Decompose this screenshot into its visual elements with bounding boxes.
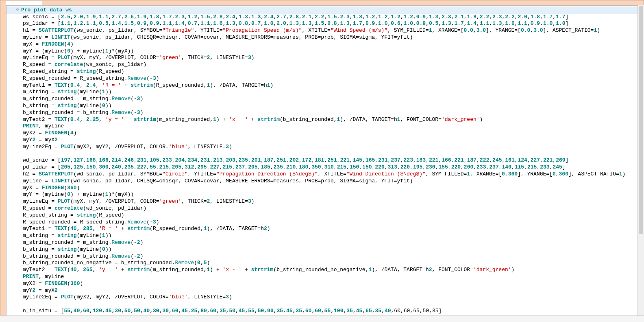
status-bar <box>0 315 644 322</box>
code-line[interactable]: m_string = string(myLine(1)) <box>7 232 637 239</box>
code-editor[interactable]: ⊖Pro plot_data_wsws_sonic = [2.5,2.0,1.9… <box>6 5 638 316</box>
code-line[interactable]: myX = FINDGEN(360) <box>7 185 637 192</box>
code-line[interactable]: b_string_rounded_no_negative = b_string_… <box>7 260 637 267</box>
code-line[interactable]: n_in_situ = [55,40,60,120,45,30,50,50,40… <box>7 308 637 315</box>
editor-tab[interactable] <box>6 1 42 5</box>
code-line[interactable]: ps_lidar = [1.1,1.2,1.1,0.5,1.4,1.5,0.9,… <box>7 20 637 27</box>
code-line[interactable]: myText2 = TEXT(0.4, 2.25, 'y = ' + strtr… <box>7 116 637 123</box>
code-line[interactable]: R_speed_rounded = R_speed_string.Remove(… <box>7 75 637 82</box>
code-line[interactable]: m_string_rounded = m_string.Remove(-3) <box>7 96 637 103</box>
code-line[interactable]: myLineEq = PLOT(myX, myY, /OVERPLOT, COL… <box>7 55 637 61</box>
code-line[interactable]: myText2 = TEXT(40, 265, 'y = ' + strtrim… <box>7 267 637 274</box>
code-line[interactable]: myLine = LINFIT(ws_sonic, ps_lidar, CHIS… <box>7 34 637 41</box>
code-line[interactable]: h1 = SCATTERPLOT(ws_sonic, ps_lidar, SYM… <box>7 27 637 34</box>
code-line[interactable]: m_string = string(myLine(1)) <box>7 89 637 96</box>
code-line[interactable]: b_string = string(myLine(0)) <box>7 246 637 253</box>
code-line[interactable]: R_speed_string = string(R_speed) <box>7 212 637 219</box>
vertical-scrollbar[interactable] <box>637 5 644 315</box>
code-line[interactable] <box>7 151 637 158</box>
code-line[interactable]: myLine2Eq = PLOT(myX2, myY2, /OVERPLOT, … <box>7 294 637 301</box>
code-line[interactable]: h2 = SCATTERPLOT(wd_sonic, pd_lidar, SYM… <box>7 171 637 178</box>
code-line[interactable]: myLine = LINFIT(wd_sonic, pd_lidar, CHIS… <box>7 178 637 185</box>
code-line[interactable]: b_string_rounded = b_string.Remove(-3) <box>7 110 637 116</box>
code-line[interactable]: myLineEq = PLOT(myX, myY, /OVERPLOT, COL… <box>7 198 637 205</box>
code-line[interactable]: b_string_rounded = b_string.Remove(-2) <box>7 253 637 260</box>
code-line[interactable]: R_speed_string = string(R_speed) <box>7 68 637 75</box>
code-line[interactable]: myX2 = FINDGEN(4) <box>7 130 637 137</box>
code-line[interactable]: pd_lidar = [205,125,150,300,240,235,227,… <box>7 164 637 171</box>
code-line[interactable]: R_speed = correlate(ws_sonic, ps_lidar) <box>7 61 637 68</box>
code-line[interactable]: myText1 = TEXT(0.4, 2.4, 'R = ' + strtri… <box>7 82 637 89</box>
code-line[interactable]: myY2 = myX2 <box>7 287 637 294</box>
code-line[interactable]: myText1 = TEXT(40, 285, 'R = ' + strtrim… <box>7 226 637 232</box>
code-line[interactable]: myLine2Eq = PLOT(myX2, myY2, /OVERPLOT, … <box>7 144 637 151</box>
code-line[interactable] <box>7 301 637 308</box>
code-line[interactable]: myY = (myLine(0) + myLine(1)*(myX)) <box>7 48 637 55</box>
code-line[interactable]: myY2 = myX2 <box>7 137 637 144</box>
vertical-scrollbar-thumb[interactable] <box>639 6 643 234</box>
procedure-declaration[interactable]: ⊖Pro plot_data_ws <box>7 7 637 14</box>
code-line[interactable]: R_speed = correlate(wd_sonic, pd_lidar) <box>7 205 637 212</box>
code-line[interactable]: wd_sonic = [197,127,168,166,214,246,231,… <box>7 157 637 164</box>
code-line[interactable]: PRINT, myLine <box>7 274 637 280</box>
code-line[interactable]: b_string = string(myLine(0)) <box>7 103 637 110</box>
code-line[interactable]: m_string_rounded = m_string.Remove(-2) <box>7 239 637 246</box>
code-line[interactable]: myX2 = FINDGEN(360) <box>7 280 637 287</box>
code-line[interactable]: R_speed_rounded = R_speed_string.Remove(… <box>7 219 637 226</box>
code-line[interactable]: myY = (myLine(0) + myLine(1)*(myX)) <box>7 191 637 198</box>
code-line[interactable]: myX = FINDGEN(4) <box>7 41 637 48</box>
fold-icon[interactable]: ⊖ <box>16 7 21 13</box>
code-line[interactable]: ws_sonic = [2.5,2.0,1.9,1.1,2.7,2.6,1.9,… <box>7 14 637 21</box>
code-line[interactable]: PRINT, myLine <box>7 123 637 130</box>
